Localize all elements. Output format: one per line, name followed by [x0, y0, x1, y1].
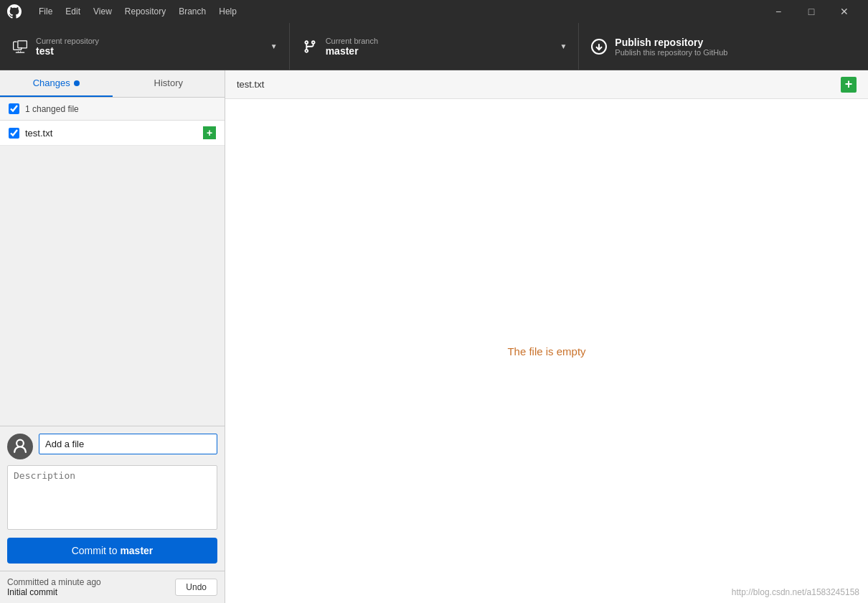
- commit-summary-input[interactable]: [39, 434, 217, 454]
- current-branch-section[interactable]: Current branch master ▼: [290, 23, 580, 70]
- changed-files-header: 1 changed file: [0, 98, 225, 121]
- menu-help[interactable]: Help: [213, 5, 242, 18]
- commit-button[interactable]: Commit to master: [7, 538, 217, 564]
- file-checkbox[interactable]: [9, 128, 19, 139]
- publish-label: Publish repository: [615, 37, 857, 48]
- tab-history[interactable]: History: [113, 70, 225, 97]
- last-commit-row: Committed a minute ago Initial commit Un…: [0, 571, 225, 603]
- last-commit-title: Initial commit: [7, 587, 101, 597]
- file-name: test.txt: [25, 128, 197, 139]
- file-header-name: test.txt: [237, 79, 264, 90]
- maximize-button[interactable]: □: [795, 0, 828, 23]
- content-panel: test.txt + The file is empty: [225, 70, 868, 603]
- branch-icon: [301, 38, 319, 55]
- list-item[interactable]: test.txt +: [0, 121, 225, 146]
- file-header: test.txt +: [225, 70, 868, 99]
- repo-dropdown-icon: ▼: [270, 42, 278, 50]
- tab-changes[interactable]: Changes: [0, 70, 113, 97]
- avatar: [7, 434, 33, 459]
- repo-name: test: [36, 45, 263, 57]
- file-status-icon: +: [203, 126, 216, 139]
- select-all-checkbox[interactable]: [9, 103, 19, 114]
- branch-text: Current branch master: [326, 37, 553, 57]
- menu-bar: File Edit View Repository Branch Help: [33, 5, 242, 18]
- repo-text: Current repository test: [36, 37, 263, 57]
- publish-text: Publish repository Publish this reposito…: [615, 37, 857, 57]
- repo-label: Current repository: [36, 37, 263, 45]
- publish-icon: [590, 38, 608, 55]
- commit-input-row: [7, 434, 217, 459]
- branch-name: master: [326, 45, 553, 57]
- commit-area: Commit to master: [0, 426, 225, 571]
- toolbar: Current repository test ▼ Current branch…: [0, 23, 868, 70]
- title-bar: File Edit View Repository Branch Help − …: [0, 0, 868, 23]
- monitor-icon: [11, 38, 29, 55]
- branch-label: Current branch: [326, 37, 553, 45]
- menu-repository[interactable]: Repository: [119, 5, 171, 18]
- file-list: test.txt +: [0, 121, 225, 426]
- changes-indicator: [74, 80, 80, 86]
- publish-sub: Publish this repository to GitHub: [615, 48, 857, 57]
- empty-file-message: The file is empty: [507, 345, 585, 357]
- github-logo-icon: [7, 4, 22, 19]
- main-area: Changes History 1 changed file test.txt …: [0, 70, 868, 603]
- menu-file[interactable]: File: [33, 5, 58, 18]
- close-button[interactable]: ✕: [828, 0, 861, 23]
- branch-dropdown-icon: ▼: [560, 42, 567, 50]
- file-add-icon[interactable]: +: [841, 77, 857, 93]
- changed-files-label[interactable]: 1 changed file: [9, 103, 79, 114]
- sidebar: Changes History 1 changed file test.txt …: [0, 70, 225, 603]
- window-controls: − □ ✕: [762, 0, 861, 23]
- last-commit-info: Committed a minute ago Initial commit: [7, 577, 101, 597]
- undo-button[interactable]: Undo: [175, 579, 217, 596]
- file-content: The file is empty: [225, 99, 868, 603]
- minimize-button[interactable]: −: [762, 0, 795, 23]
- sidebar-tabs: Changes History: [0, 70, 225, 98]
- current-repository-section[interactable]: Current repository test ▼: [0, 23, 290, 70]
- commit-description-input[interactable]: [7, 465, 217, 530]
- menu-view[interactable]: View: [88, 5, 118, 18]
- menu-branch[interactable]: Branch: [173, 5, 212, 18]
- footer-watermark: http://blog.csdn.net/a1583245158: [732, 587, 859, 597]
- publish-repository-section[interactable]: Publish repository Publish this reposito…: [579, 23, 868, 70]
- menu-edit[interactable]: Edit: [60, 5, 86, 18]
- last-commit-time: Committed a minute ago: [7, 577, 101, 587]
